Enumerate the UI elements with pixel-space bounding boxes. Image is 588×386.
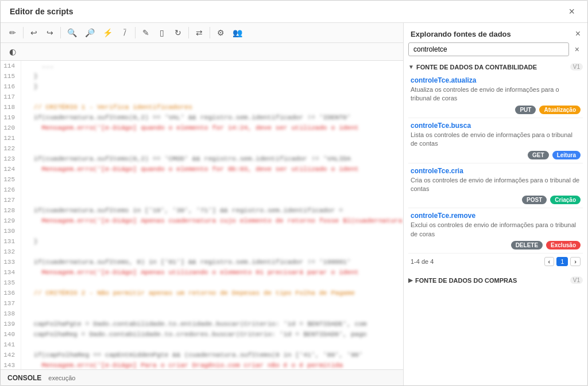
api-method-badge: PUT — [515, 106, 536, 114]
line-number: 141 — [1, 340, 21, 350]
code-line: 143 Mensagem.erro('[e-Diágo] Para o cria… — [1, 360, 403, 369]
section-header-compras[interactable]: ▶ FONTE DE DADOS DO COMPRAS V1 — [408, 274, 583, 286]
expand-button[interactable]: ⧶ — [117, 25, 132, 40]
code-line: 134 Mensagem.erro('[e-Diágo] Apenas util… — [1, 267, 403, 278]
rotate-button[interactable]: ↻ — [171, 25, 185, 40]
line-code: } — [21, 236, 403, 247]
code-line: 125 — [1, 174, 403, 185]
line-number: 136 — [1, 288, 21, 298]
line-code: if(cuadernatura.sufItems, 0) in ['01'] &… — [21, 257, 403, 267]
api-item-name[interactable]: controleTce.atualiza — [411, 76, 581, 84]
swap-button[interactable]: ⇄ — [192, 25, 207, 40]
line-number: 122 — [1, 143, 21, 154]
settings-button[interactable]: ⚙ — [213, 25, 228, 40]
code-line: 126 — [1, 185, 403, 195]
explorer-close-button[interactable]: × — [575, 29, 581, 39]
delete-button[interactable]: ✎ — [138, 25, 153, 40]
code-line: 119 if(cuadernatura.sufItems(0,2) == 'VA… — [1, 112, 403, 123]
modal-close-button[interactable]: × — [565, 5, 578, 18]
line-number: 117 — [1, 92, 21, 102]
line-code — [21, 143, 403, 154]
line-number: 138 — [1, 309, 21, 319]
line-code: if(cuadernatura.sufItems(0,2) == 'CMOD' … — [21, 154, 403, 164]
line-number: 129 — [1, 216, 21, 226]
code-line: 135 — [1, 278, 403, 288]
api-method-badge: GET — [528, 151, 549, 159]
line-number: 143 — [1, 360, 21, 369]
line-number: 134 — [1, 267, 21, 278]
code-line: 140 capFolhaReg = Dado.contabilidade.to.… — [1, 329, 403, 340]
line-number: 137 — [1, 298, 21, 309]
undo-button[interactable]: ↩ — [26, 25, 41, 40]
code-line: 138 — [1, 309, 403, 319]
line-number: 135 — [1, 278, 21, 288]
api-item-name[interactable]: controleTce.busca — [411, 122, 581, 130]
section-version: V1 — [570, 63, 583, 71]
zoom-button[interactable]: 🔎 — [82, 25, 98, 40]
line-code — [21, 278, 403, 288]
line-number: 139 — [1, 319, 21, 329]
line-number: 128 — [1, 205, 21, 216]
format-button[interactable]: ⚡ — [99, 25, 116, 40]
api-item-name[interactable]: controleTce.cria — [411, 167, 581, 175]
line-number: 131 — [1, 236, 21, 247]
line-code: Mensagem.erro('[e-Diágo] Apenas cuaderna… — [21, 216, 403, 226]
line-number: 121 — [1, 133, 21, 143]
explorer-body[interactable]: ▼ FONTE DE DADOS DA CONTABILIDADE V1 con… — [404, 61, 587, 385]
line-number: 120 — [1, 123, 21, 133]
api-item-name[interactable]: controleTce.remove — [411, 212, 581, 220]
line-code: if(cuadernatura.sufItems in ['10', '30',… — [21, 205, 403, 216]
api-type-badge: Atualização — [539, 106, 581, 114]
code-area[interactable]: 114 ...115 }116 }117118 // CRITÉRIO 1 - … — [1, 61, 403, 369]
code-line: 122 — [1, 143, 403, 154]
api-item: controleTce.removeExclui os controles de… — [408, 208, 583, 254]
modal-title: Editor de scripts — [10, 7, 73, 16]
line-code — [21, 309, 403, 319]
search-clear-button[interactable]: × — [571, 44, 583, 55]
code-line: 130 — [1, 226, 403, 236]
code-line: 115 } — [1, 71, 403, 81]
separator-3 — [135, 27, 136, 38]
line-code: // CRITÉRIO 2 - Não permitir apenas um r… — [21, 288, 403, 298]
section-header-contabilidade[interactable]: ▼ FONTE DE DADOS DA CONTABILIDADE V1 — [408, 61, 583, 73]
line-code: Mensagem.erro('[e-Diágo] quando o elemen… — [21, 164, 403, 174]
users-button[interactable]: 👥 — [229, 25, 246, 40]
api-item: controleTce.criaCria os controles de env… — [408, 163, 583, 209]
section-title: ▶ FONTE DE DADOS DO COMPRAS — [408, 277, 517, 284]
copy-button[interactable]: ▯ — [154, 25, 169, 40]
editor-panel: ✏ ↩ ↪ 🔍 🔎 ⚡ ⧶ ✎ ▯ ↻ ⇄ ⚙ 👥 ◐ — [1, 23, 404, 385]
code-line: 139 capFolhaPgte = Dado.contabilidade.to… — [1, 319, 403, 329]
line-code — [21, 298, 403, 309]
code-line: 114 ... — [1, 61, 403, 71]
code-line: 120 Mensagem.erro('[e-Diágo] quando o el… — [1, 123, 403, 133]
separator-2 — [60, 27, 61, 38]
code-line: 136 // CRITÉRIO 2 - Não permitir apenas … — [1, 288, 403, 298]
pagination-prev-button[interactable]: ‹ — [544, 257, 555, 266]
toggle-button[interactable]: ◐ — [5, 44, 20, 59]
toolbar: ✏ ↩ ↪ 🔍 🔎 ⚡ ⧶ ✎ ▯ ↻ ⇄ ⚙ 👥 — [1, 23, 403, 43]
code-line: 137 — [1, 298, 403, 309]
edit-tool-button[interactable]: ✏ — [5, 25, 20, 40]
code-line: 127 — [1, 195, 403, 205]
line-number: 126 — [1, 185, 21, 195]
api-item-description: Cria os controles de envio de informaçõe… — [411, 176, 581, 194]
search-input[interactable] — [408, 42, 569, 56]
code-line: 123 if(cuadernatura.sufItems(0,2) == 'CM… — [1, 154, 403, 164]
search-button[interactable]: 🔍 — [64, 25, 80, 40]
api-item-description: Exclui os controles de envio de informaç… — [411, 221, 581, 239]
pagination-next-button[interactable]: › — [570, 257, 581, 266]
line-number: 123 — [1, 154, 21, 164]
line-number: 140 — [1, 329, 21, 340]
line-code: } — [21, 81, 403, 92]
code-line: 133 if(cuadernatura.sufItems, 0) in ['01… — [1, 257, 403, 267]
redo-button[interactable]: ↪ — [42, 25, 57, 40]
line-code — [21, 133, 403, 143]
code-line: 121 — [1, 133, 403, 143]
code-line: 131 } — [1, 236, 403, 247]
source-section-compras: ▶ FONTE DE DADOS DO COMPRAS V1 — [408, 274, 583, 286]
api-item: controleTce.buscaLista os controles de e… — [408, 118, 583, 163]
pagination-page-button[interactable]: 1 — [556, 257, 568, 266]
code-line: 124 Mensagem.erro('[e-Diágo] quando o el… — [1, 164, 403, 174]
line-code: if(capFolhaReg == capEntHiddenPgte && (c… — [21, 350, 403, 360]
api-item-footer: GET Leitura — [411, 151, 581, 159]
